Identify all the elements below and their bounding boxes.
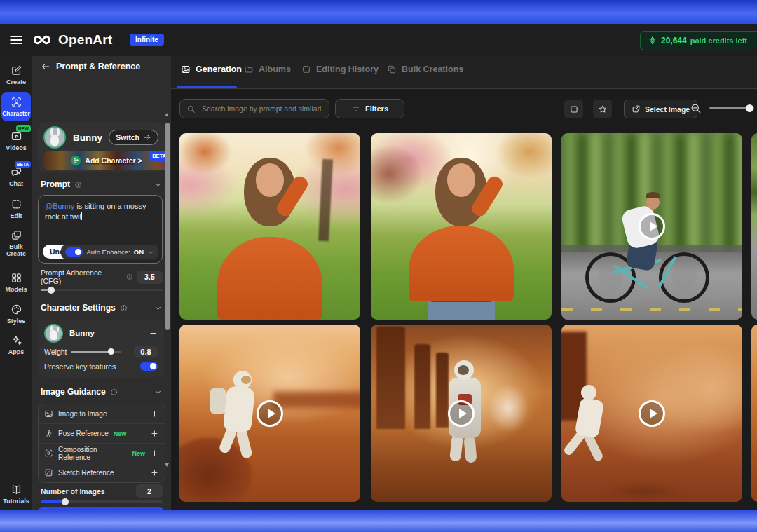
cfg-label: Prompt Adherence (CFG) (41, 268, 123, 285)
tab-bar: Generation Albums Editing History Bulk C… (171, 56, 757, 89)
sidebar-item-chat[interactable]: BETA Chat (0, 166, 32, 187)
sidebar-item-label: Models (1, 286, 32, 293)
layout-toggle-button[interactable] (564, 100, 583, 118)
plus-icon[interactable] (150, 409, 159, 418)
cfg-value[interactable]: 3.5 (137, 271, 163, 284)
tab-bulk-creations[interactable]: Bulk Creations (387, 64, 463, 74)
sidebar-item-videos[interactable]: NEW Videos (0, 130, 32, 151)
sidebar-item-tutorials[interactable]: Tutorials (0, 484, 32, 505)
edit-icon (11, 198, 22, 210)
plus-icon[interactable] (150, 429, 159, 438)
credits-number: 20,644 (661, 36, 687, 46)
arrow-right-icon (143, 133, 151, 142)
sketch-icon (44, 468, 53, 477)
tab-editing-history[interactable]: Editing History (301, 64, 378, 74)
gallery-toolbar: Filters Select Image (171, 88, 757, 130)
sketch-reference-item[interactable]: Sketch Reference (39, 463, 165, 482)
number-of-images-slider[interactable] (41, 498, 163, 505)
infinity-logo-icon (31, 29, 53, 50)
sidebar-item-label: Apps (1, 348, 32, 355)
weight-value[interactable]: 0.8 (134, 346, 158, 357)
image-to-image-item[interactable]: Image to Image (39, 404, 165, 424)
character-icon (11, 96, 22, 108)
tab-albums[interactable]: Albums (244, 64, 291, 74)
thumbnail-size-slider[interactable] (709, 103, 754, 113)
create-button[interactable]: Create (38, 507, 164, 510)
plan-badge: Infinite (130, 34, 164, 46)
sidebar-item-apps[interactable]: Apps (0, 334, 32, 355)
sidebar-item-models[interactable]: Models (0, 272, 32, 293)
play-icon[interactable] (448, 400, 475, 427)
videos-icon (11, 130, 22, 142)
character-name: Bunny (73, 132, 109, 143)
composition-reference-item[interactable]: Composition Reference New (39, 444, 165, 463)
filters-button[interactable]: Filters (335, 99, 404, 118)
prompt-section-header: Prompt (41, 179, 163, 189)
zoom-out-icon[interactable] (690, 102, 702, 114)
number-of-images-row: Number of Images 2 (41, 484, 163, 498)
tab-label: Generation (196, 64, 242, 74)
gallery-video-astronaut-3[interactable] (561, 325, 742, 502)
pose-reference-item[interactable]: Pose Reference New (39, 424, 165, 444)
chevron-down-icon[interactable] (154, 388, 163, 397)
sidebar-item-edit[interactable]: Edit (0, 198, 32, 219)
remove-character-icon[interactable] (149, 329, 158, 338)
logo[interactable]: OpenArt (31, 29, 112, 50)
panel-scrollbar[interactable] (165, 113, 170, 467)
item-label: Pose Reference (58, 430, 109, 437)
info-icon (110, 388, 118, 396)
chat-icon (11, 166, 22, 178)
search-icon (186, 104, 196, 114)
gallery-video-cyclist[interactable] (561, 133, 742, 320)
info-icon (74, 181, 82, 189)
scroll-up-arrow[interactable] (165, 113, 169, 116)
add-character-banner[interactable]: Add Character > BETA (43, 151, 170, 170)
switch-character-button[interactable]: Switch (109, 130, 158, 145)
favorites-button[interactable] (593, 100, 612, 118)
gallery-image-portrait-2[interactable] (371, 133, 552, 320)
back-arrow-icon[interactable] (41, 62, 50, 71)
search-input[interactable] (200, 104, 322, 114)
sidebar-item-character[interactable]: Character (1, 92, 31, 121)
plus-icon[interactable] (150, 449, 159, 458)
play-icon[interactable] (639, 400, 665, 427)
tab-label: Editing History (316, 64, 378, 74)
chevron-down-icon[interactable] (154, 180, 163, 189)
preserve-features-toggle[interactable] (140, 362, 158, 371)
gallery-video-astronaut-2[interactable] (371, 325, 552, 502)
bunny-avatar[interactable] (43, 126, 66, 149)
auto-enhance-toggle[interactable] (65, 247, 83, 257)
sidebar-item-create[interactable]: Create (0, 64, 32, 86)
auto-enhance-control[interactable]: Auto Enhance: ON (61, 245, 158, 259)
sidebar-item-label: Tutorials (1, 498, 32, 505)
tab-generation[interactable]: Generation (181, 64, 242, 74)
cfg-slider[interactable] (41, 286, 163, 293)
plus-icon[interactable] (150, 468, 159, 477)
sidebar-item-styles[interactable]: Styles (0, 303, 32, 325)
chevron-down-icon[interactable] (154, 303, 163, 313)
credits-badge[interactable]: 20,644 paid credits left (640, 31, 757, 50)
info-icon (126, 273, 133, 280)
play-icon[interactable] (257, 400, 283, 427)
gallery-video-astronaut-1[interactable] (179, 325, 360, 502)
image-icon (44, 409, 53, 418)
slider-thumb[interactable] (746, 104, 753, 112)
gallery-video-partial[interactable] (751, 325, 757, 502)
character-card: Bunny Switch Add Character > BETA (38, 122, 164, 172)
character-mention: @Bunny (45, 202, 74, 210)
scroll-down-arrow[interactable] (165, 463, 169, 467)
sidebar-item-label: Videos (1, 144, 32, 151)
search-bar[interactable] (179, 99, 329, 118)
hamburger-menu-icon[interactable] (8, 32, 24, 48)
gallery-image-portrait-1[interactable] (179, 133, 360, 320)
sidebar-item-bulk-create[interactable]: Bulk Create (0, 229, 32, 257)
weight-slider[interactable] (71, 348, 121, 355)
panel-title: Prompt & Reference (56, 62, 140, 71)
gallery-image-partial[interactable] (751, 133, 757, 320)
generation-icon (181, 64, 191, 74)
number-of-images-value[interactable]: 2 (136, 484, 163, 498)
scrollbar-thumb[interactable] (165, 123, 170, 330)
select-image-button[interactable]: Select Image (624, 100, 697, 118)
prompt-textarea[interactable]: @Bunny is sitting on a mossy rock at twi… (38, 195, 163, 264)
play-icon[interactable] (639, 213, 665, 240)
